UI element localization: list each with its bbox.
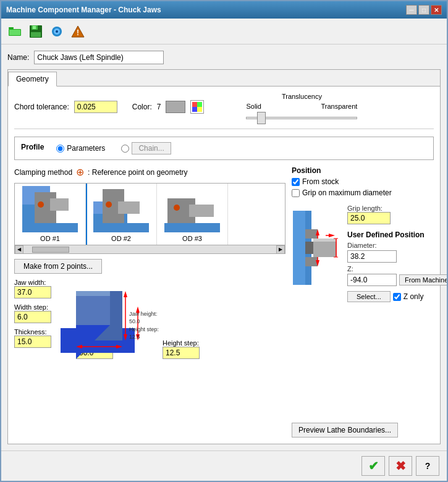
translucency-section: Translucency Solid Transparent (246, 93, 357, 121)
name-input[interactable] (34, 51, 164, 64)
width-step-row: Width step: (14, 303, 51, 323)
make-from-2-points-button[interactable]: Make from 2 points... (14, 259, 102, 274)
ok-icon: ✔ (368, 459, 379, 473)
svg-rect-51 (293, 211, 305, 285)
transparent-label: Transparent (321, 103, 358, 110)
grip-on-max-label: Grip on maximum diameter (302, 188, 392, 197)
scroll-left-arrow[interactable]: ◀ (15, 245, 23, 254)
width-step-label: Width step: (14, 303, 51, 311)
svg-rect-2 (9, 30, 20, 35)
cancel-button[interactable]: ✖ (389, 456, 412, 476)
save-icon[interactable] (27, 23, 44, 40)
warning-icon[interactable]: ! (69, 23, 87, 40)
main-window: Machine Component Manager - Chuck Jaws ─… (0, 0, 448, 482)
grip-on-max-row: Grip on maximum diameter (292, 188, 434, 197)
svg-marker-38 (124, 291, 127, 297)
component-icon[interactable] (48, 23, 66, 40)
minimize-button[interactable]: ─ (406, 5, 417, 15)
diameter-input[interactable] (347, 250, 397, 263)
color-swatch (166, 101, 185, 113)
solid-label: Solid (246, 103, 261, 110)
color-label: Color: (132, 103, 152, 111)
from-stock-checkbox[interactable] (292, 178, 300, 186)
translucency-slider-container (246, 112, 357, 121)
svg-rect-56 (313, 239, 337, 242)
svg-point-9 (56, 30, 58, 33)
maximize-button[interactable]: □ (418, 5, 429, 15)
svg-text:Height step:: Height step: (129, 326, 159, 332)
svg-point-20 (38, 201, 44, 208)
svg-rect-15 (197, 107, 202, 112)
svg-rect-14 (192, 107, 197, 112)
settings-row: Chord tolerance: Color: 7 (14, 93, 434, 121)
position-box: Position From stock Grip on maximum diam… (292, 166, 434, 197)
translucency-slider[interactable] (246, 117, 357, 119)
tab-header: Geometry (8, 70, 440, 87)
ok-button[interactable]: ✔ (361, 456, 385, 476)
grip-section: Grip length: User Defined Position Diame… (292, 205, 434, 302)
clamping-label: Clamping method ⊕ : Reference point on g… (14, 166, 285, 178)
crosshair-icon: ⊕ (76, 166, 84, 178)
preview-lathe-boundaries-button[interactable]: Preview Lathe Boundaries... (292, 423, 398, 438)
chord-tolerance-input[interactable] (74, 101, 117, 113)
jaw-width-input[interactable] (14, 286, 51, 298)
user-defined-position-box: User Defined Position Diameter: Z: (347, 230, 447, 302)
clamping-carousel: OD #1 (15, 184, 285, 245)
od2-label: OD #2 (111, 235, 131, 242)
scroll-right-arrow[interactable]: ▶ (276, 245, 285, 254)
diameter-field-row: Diameter: (347, 242, 447, 263)
od3-label: OD #3 (182, 235, 202, 242)
thickness-input[interactable] (14, 336, 51, 348)
grip-diagram (292, 205, 341, 285)
profile-box: Profile Parameters Chain... (14, 137, 434, 160)
geometry-tab[interactable]: Geometry (8, 72, 57, 87)
svg-rect-0 (9, 27, 14, 29)
chain-radio[interactable]: Chain... (121, 142, 171, 154)
clamping-item-od3[interactable]: OD #3 (157, 184, 228, 245)
grip-controls: Grip length: User Defined Position Diame… (347, 205, 447, 302)
tab-group: Geometry Chord tolerance: Color: 7 (7, 69, 441, 444)
grip-length-input[interactable] (347, 212, 391, 224)
title-bar-buttons: ─ □ ✕ (406, 5, 442, 15)
select-button[interactable]: Select... (347, 291, 391, 302)
width-step-input[interactable] (14, 311, 51, 323)
z-only-label: Z only (404, 292, 424, 301)
chord-tolerance-label: Chord tolerance: (14, 103, 69, 111)
scrollbar-thumb[interactable] (32, 247, 69, 253)
clamping-item-od2[interactable]: OD #2 (86, 184, 157, 245)
right-panel: Position From stock Grip on maximum diam… (292, 166, 434, 438)
divider-1 (14, 129, 434, 129)
name-row: Name: (7, 51, 441, 64)
help-button[interactable]: ? (416, 456, 439, 476)
parameters-radio[interactable]: Parameters (56, 144, 105, 153)
diameter-label: Diameter: (347, 242, 447, 249)
chain-button[interactable]: Chain... (132, 142, 171, 154)
color-value: 7 (157, 103, 161, 111)
carousel-scrollbar[interactable]: ◀ ▶ (15, 245, 285, 253)
thickness-row: Thickness: (14, 328, 51, 348)
profile-title: Profile (21, 143, 44, 151)
close-button[interactable]: ✕ (431, 5, 442, 15)
jaw-width-label: Jaw width: (14, 279, 51, 286)
z-only-checkbox[interactable] (393, 293, 401, 301)
svg-rect-5 (33, 26, 36, 29)
color-picker-button[interactable] (190, 100, 204, 114)
toolbar: ! (1, 19, 447, 44)
open-icon[interactable] (6, 23, 23, 40)
bottom-bar: ✔ ✖ ? (1, 450, 447, 481)
clamping-item-od1[interactable]: OD #1 (15, 184, 86, 245)
left-panel: Clamping method ⊕ : Reference point on g… (14, 166, 285, 438)
svg-rect-53 (305, 242, 315, 254)
main-area: Clamping method ⊕ : Reference point on g… (14, 166, 434, 438)
z-only-row: Select... Z only (347, 291, 447, 302)
preview-btn-area: Preview Lathe Boundaries... (292, 423, 434, 438)
z-input[interactable] (347, 274, 397, 286)
svg-rect-25 (93, 201, 103, 214)
grip-on-max-checkbox[interactable] (292, 189, 300, 197)
from-machine-button[interactable]: From Machine (399, 274, 447, 285)
cancel-icon: ✖ (395, 459, 406, 473)
svg-marker-62 (329, 234, 335, 237)
svg-text:50.0: 50.0 (129, 318, 140, 324)
translucency-labels: Solid Transparent (246, 103, 357, 110)
svg-text:Jaw height:: Jaw height: (129, 311, 158, 317)
